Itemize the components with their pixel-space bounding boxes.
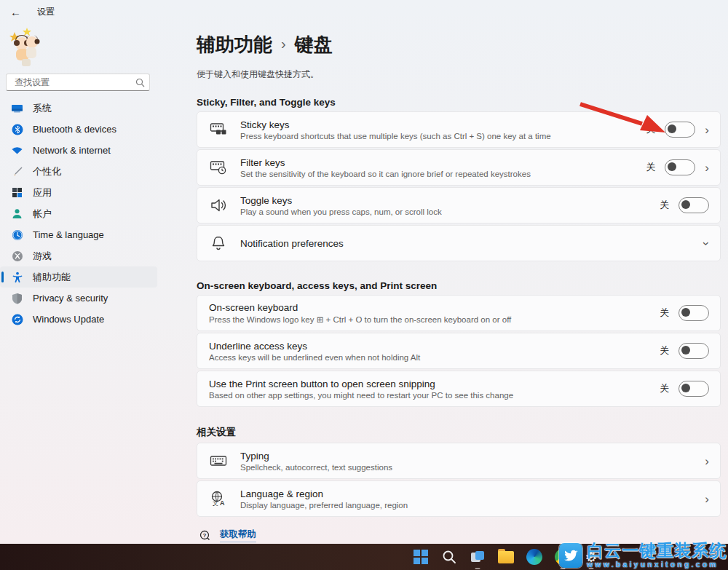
print-screen-toggle[interactable]	[678, 381, 709, 397]
sidebar-item-label: 系统	[33, 102, 52, 115]
row-sticky-keys[interactable]: Sticky keys Press keyboard shortcuts tha…	[197, 111, 721, 148]
sidebar-item-label: Network & internet	[33, 145, 111, 156]
section-header-onscreen: On-screen keyboard, access keys, and Pri…	[197, 280, 721, 291]
row-subtitle: Press keyboard shortcuts that use multip…	[240, 132, 646, 140]
sticky-keys-toggle[interactable]	[665, 122, 695, 138]
sidebar-item-accounts[interactable]: 帐户	[0, 203, 157, 224]
start-button[interactable]	[412, 548, 430, 566]
row-on-screen-keyboard[interactable]: On-screen keyboard Press the Windows log…	[197, 295, 721, 331]
toggle-keys-icon	[209, 196, 228, 215]
toggle-knob	[668, 124, 676, 133]
file-explorer-button[interactable]	[497, 548, 515, 566]
toggle-state-label: 关	[660, 306, 669, 320]
settings-window: ← 设置 系统	[0, 0, 728, 570]
row-subtitle: Access keys will be underlined even when…	[209, 353, 660, 362]
search-input[interactable]	[13, 76, 135, 88]
section-header-sticky-filter-toggle: Sticky, Filter, and Toggle keys	[197, 97, 721, 108]
row-title: Typing	[240, 451, 705, 462]
chevron-right-icon[interactable]: ›	[705, 455, 709, 467]
sidebar-item-label: 应用	[33, 186, 52, 199]
row-underline-access-keys[interactable]: Underline access keys Access keys will b…	[197, 333, 721, 369]
time-language-icon	[11, 229, 23, 241]
row-subtitle: Spellcheck, autocorrect, text suggestion…	[240, 463, 705, 472]
toggle-keys-toggle[interactable]	[678, 197, 709, 213]
get-help-label: 获取帮助	[220, 529, 256, 542]
notification-bell-icon	[209, 234, 228, 253]
sidebar-item-gaming[interactable]: 游戏	[0, 245, 157, 266]
network-icon	[11, 144, 23, 157]
row-toggle-keys[interactable]: Toggle keys Play a sound when you press …	[197, 187, 721, 223]
accessibility-icon	[11, 271, 23, 283]
sidebar-item-time-language[interactable]: Time & language	[0, 224, 157, 245]
breadcrumb-separator: ›	[281, 36, 286, 52]
row-notification-preferences[interactable]: Notification preferences ›	[197, 225, 721, 261]
chevron-right-icon[interactable]: ›	[705, 162, 709, 174]
row-title: Underline access keys	[209, 341, 660, 352]
chevron-down-icon[interactable]: ›	[701, 241, 713, 245]
sidebar-item-windows-update[interactable]: Windows Update	[0, 309, 157, 330]
row-print-screen-snipping[interactable]: Use the Print screen button to open scre…	[197, 371, 721, 407]
sidebar-item-bluetooth[interactable]: Bluetooth & devices	[0, 119, 157, 140]
sidebar-item-accessibility[interactable]: 辅助功能	[0, 266, 157, 288]
toggle-state-label: 关	[646, 123, 655, 136]
toggle-state-label: 关	[646, 161, 655, 174]
settings-group: On-screen keyboard Press the Windows log…	[197, 295, 721, 407]
search-icon	[442, 550, 456, 564]
sidebar-item-label: 帐户	[33, 207, 52, 221]
row-subtitle: Display language, preferred language, re…	[240, 501, 705, 510]
sidebar-item-label: 辅助功能	[33, 271, 71, 284]
sidebar-item-system[interactable]: 系统	[0, 98, 157, 119]
svg-text:?: ?	[203, 532, 207, 539]
sidebar-item-label: Privacy & security	[33, 293, 108, 304]
toggle-knob	[668, 162, 676, 171]
row-title: Language & region	[240, 488, 705, 499]
watermark: 白云一键重装系统 www.baiyunxitong.com	[559, 541, 727, 570]
row-typing[interactable]: Typing Spellcheck, autocorrect, text sug…	[197, 443, 721, 479]
chevron-right-icon[interactable]: ›	[705, 493, 709, 505]
sticky-keys-icon	[209, 120, 228, 139]
edge-button[interactable]	[526, 548, 543, 566]
sidebar-item-privacy[interactable]: Privacy & security	[0, 288, 157, 309]
sidebar-item-label: Windows Update	[33, 314, 104, 325]
row-filter-keys[interactable]: Filter keys Set the sensitivity of the k…	[197, 149, 721, 186]
task-view-icon	[470, 549, 486, 565]
main-content: 辅助功能 › 键盘 便于键入和使用键盘快捷方式。 Sticky, Filter,…	[197, 0, 721, 542]
row-title: Toggle keys	[240, 195, 660, 206]
toggle-state-label: 关	[660, 382, 669, 395]
task-view-button[interactable]	[469, 548, 486, 566]
windows-logo-icon	[414, 550, 428, 564]
accounts-icon	[11, 207, 23, 220]
row-title: Filter keys	[240, 157, 646, 168]
breadcrumb-parent[interactable]: 辅助功能	[197, 32, 272, 58]
row-title: Sticky keys	[240, 119, 646, 130]
windows-update-icon	[11, 313, 23, 325]
gaming-icon	[11, 250, 23, 262]
row-title: On-screen keyboard	[209, 302, 660, 313]
section-header-related: 相关设置	[197, 426, 721, 439]
sidebar-nav: 系统 Bluetooth & devices Network & interne…	[0, 98, 157, 330]
toggle-knob	[681, 346, 690, 355]
titlebar: ← 设置	[10, 6, 55, 18]
sidebar-item-apps[interactable]: 应用	[0, 182, 157, 203]
filter-keys-toggle[interactable]	[665, 159, 695, 175]
sidebar-item-personalization[interactable]: 个性化	[0, 161, 157, 182]
get-help-icon: ?	[199, 530, 210, 541]
chevron-right-icon[interactable]: ›	[705, 124, 709, 136]
sidebar-item-label: 游戏	[33, 250, 52, 263]
on-screen-keyboard-toggle[interactable]	[678, 305, 709, 321]
language-region-icon: A文	[209, 489, 228, 508]
taskbar-search-button[interactable]	[440, 548, 458, 566]
sidebar-item-network[interactable]: Network & internet	[0, 140, 157, 161]
row-title: Notification preferences	[240, 238, 705, 249]
settings-group: Sticky keys Press keyboard shortcuts tha…	[197, 111, 721, 261]
settings-group: Typing Spellcheck, autocorrect, text sug…	[197, 443, 721, 517]
row-language-region[interactable]: A文 Language & region Display language, p…	[197, 480, 721, 517]
back-arrow-icon[interactable]: ←	[10, 6, 21, 18]
bluetooth-icon	[11, 123, 23, 135]
toggle-knob	[681, 200, 690, 209]
user-avatar[interactable]	[7, 26, 47, 68]
underline-access-keys-toggle[interactable]	[678, 343, 709, 359]
row-title: Use the Print screen button to open scre…	[209, 379, 660, 389]
page-title: 键盘	[295, 32, 333, 58]
apps-icon	[11, 186, 23, 199]
